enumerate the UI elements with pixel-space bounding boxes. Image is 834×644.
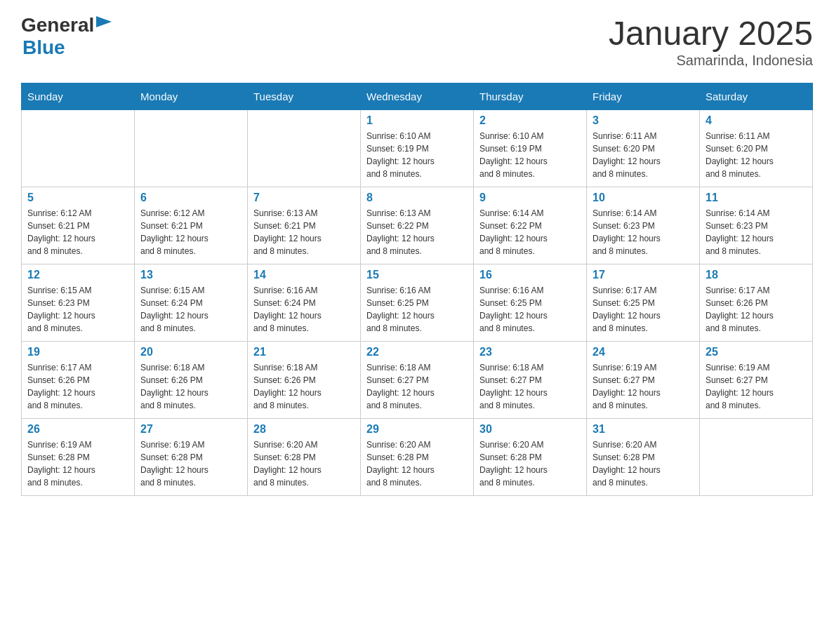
calendar-day-11: 11Sunrise: 6:14 AM Sunset: 6:23 PM Dayli… (700, 187, 813, 264)
sun-info: Sunrise: 6:10 AM Sunset: 6:19 PM Dayligh… (366, 131, 435, 179)
sun-info: Sunrise: 6:16 AM Sunset: 6:25 PM Dayligh… (366, 286, 435, 333)
day-number: 29 (366, 423, 468, 436)
day-number: 19 (27, 346, 128, 358)
location-text: Samarinda, Indonesia (609, 53, 813, 69)
calendar-day-3: 3Sunrise: 6:11 AM Sunset: 6:20 PM Daylig… (587, 110, 700, 187)
sun-info: Sunrise: 6:14 AM Sunset: 6:22 PM Dayligh… (479, 208, 548, 256)
calendar-day-15: 15Sunrise: 6:16 AM Sunset: 6:25 PM Dayli… (361, 264, 474, 342)
day-number: 11 (706, 192, 807, 204)
sun-info: Sunrise: 6:19 AM Sunset: 6:27 PM Dayligh… (706, 363, 774, 410)
day-header-friday: Friday (587, 83, 700, 110)
sun-info: Sunrise: 6:20 AM Sunset: 6:28 PM Dayligh… (253, 440, 322, 488)
title-section: January 2025 Samarinda, Indonesia (609, 14, 813, 69)
sun-info: Sunrise: 6:10 AM Sunset: 6:19 PM Dayligh… (479, 131, 548, 179)
day-number: 23 (479, 346, 581, 358)
day-number: 14 (253, 269, 355, 281)
sun-info: Sunrise: 6:11 AM Sunset: 6:20 PM Dayligh… (706, 131, 774, 179)
sun-info: Sunrise: 6:20 AM Sunset: 6:28 PM Dayligh… (479, 440, 548, 488)
calendar-day-27: 27Sunrise: 6:19 AM Sunset: 6:28 PM Dayli… (135, 419, 248, 496)
day-number: 15 (366, 269, 468, 281)
calendar-day-14: 14Sunrise: 6:16 AM Sunset: 6:24 PM Dayli… (248, 264, 361, 342)
calendar-day-1: 1Sunrise: 6:10 AM Sunset: 6:19 PM Daylig… (361, 110, 474, 187)
calendar-week-row: 12Sunrise: 6:15 AM Sunset: 6:23 PM Dayli… (22, 264, 813, 342)
sun-info: Sunrise: 6:17 AM Sunset: 6:26 PM Dayligh… (27, 363, 95, 410)
page-header: General Blue January 2025 Samarinda, Ind… (21, 14, 813, 69)
day-number: 17 (593, 269, 694, 281)
calendar-empty-cell (248, 110, 361, 187)
day-number: 10 (593, 192, 694, 204)
calendar-day-13: 13Sunrise: 6:15 AM Sunset: 6:24 PM Dayli… (135, 264, 248, 342)
sun-info: Sunrise: 6:19 AM Sunset: 6:27 PM Dayligh… (593, 363, 661, 410)
sun-info: Sunrise: 6:16 AM Sunset: 6:25 PM Dayligh… (479, 286, 548, 333)
day-number: 28 (253, 423, 355, 436)
logo-flag-icon (96, 16, 119, 36)
sun-info: Sunrise: 6:19 AM Sunset: 6:28 PM Dayligh… (27, 440, 95, 488)
sun-info: Sunrise: 6:17 AM Sunset: 6:25 PM Dayligh… (593, 286, 661, 333)
calendar-day-5: 5Sunrise: 6:12 AM Sunset: 6:21 PM Daylig… (22, 187, 135, 264)
calendar-day-23: 23Sunrise: 6:18 AM Sunset: 6:27 PM Dayli… (474, 342, 587, 419)
sun-info: Sunrise: 6:16 AM Sunset: 6:24 PM Dayligh… (253, 286, 322, 333)
day-number: 18 (706, 269, 807, 281)
day-header-sunday: Sunday (22, 83, 135, 110)
calendar-week-row: 19Sunrise: 6:17 AM Sunset: 6:26 PM Dayli… (22, 342, 813, 419)
day-number: 24 (593, 346, 694, 358)
sun-info: Sunrise: 6:12 AM Sunset: 6:21 PM Dayligh… (27, 208, 95, 256)
sun-info: Sunrise: 6:13 AM Sunset: 6:21 PM Dayligh… (253, 208, 322, 256)
calendar-day-8: 8Sunrise: 6:13 AM Sunset: 6:22 PM Daylig… (361, 187, 474, 264)
day-number: 3 (593, 114, 694, 127)
day-number: 5 (27, 192, 128, 204)
sun-info: Sunrise: 6:18 AM Sunset: 6:26 PM Dayligh… (140, 363, 208, 410)
day-number: 9 (479, 192, 581, 204)
sun-info: Sunrise: 6:20 AM Sunset: 6:28 PM Dayligh… (366, 440, 435, 488)
sun-info: Sunrise: 6:11 AM Sunset: 6:20 PM Dayligh… (593, 131, 661, 179)
calendar-day-31: 31Sunrise: 6:20 AM Sunset: 6:28 PM Dayli… (587, 419, 700, 496)
day-number: 4 (706, 114, 807, 127)
calendar-day-18: 18Sunrise: 6:17 AM Sunset: 6:26 PM Dayli… (700, 264, 813, 342)
calendar-day-30: 30Sunrise: 6:20 AM Sunset: 6:28 PM Dayli… (474, 419, 587, 496)
day-number: 21 (253, 346, 355, 358)
calendar-day-9: 9Sunrise: 6:14 AM Sunset: 6:22 PM Daylig… (474, 187, 587, 264)
month-title: January 2025 (609, 14, 813, 53)
calendar-day-20: 20Sunrise: 6:18 AM Sunset: 6:26 PM Dayli… (135, 342, 248, 419)
calendar-header-row: SundayMondayTuesdayWednesdayThursdayFrid… (22, 83, 813, 110)
day-number: 22 (366, 346, 468, 358)
calendar-day-28: 28Sunrise: 6:20 AM Sunset: 6:28 PM Dayli… (248, 419, 361, 496)
day-number: 6 (140, 192, 241, 204)
sun-info: Sunrise: 6:17 AM Sunset: 6:26 PM Dayligh… (706, 286, 774, 333)
day-number: 31 (593, 423, 694, 436)
sun-info: Sunrise: 6:13 AM Sunset: 6:22 PM Dayligh… (366, 208, 435, 256)
day-number: 30 (479, 423, 581, 436)
calendar-day-16: 16Sunrise: 6:16 AM Sunset: 6:25 PM Dayli… (474, 264, 587, 342)
calendar-day-4: 4Sunrise: 6:11 AM Sunset: 6:20 PM Daylig… (700, 110, 813, 187)
day-header-wednesday: Wednesday (361, 83, 474, 110)
sun-info: Sunrise: 6:18 AM Sunset: 6:27 PM Dayligh… (366, 363, 435, 410)
calendar-week-row: 5Sunrise: 6:12 AM Sunset: 6:21 PM Daylig… (22, 187, 813, 264)
day-number: 1 (366, 114, 468, 127)
sun-info: Sunrise: 6:14 AM Sunset: 6:23 PM Dayligh… (706, 208, 774, 256)
sun-info: Sunrise: 6:15 AM Sunset: 6:24 PM Dayligh… (140, 286, 208, 333)
calendar-day-7: 7Sunrise: 6:13 AM Sunset: 6:21 PM Daylig… (248, 187, 361, 264)
calendar-day-2: 2Sunrise: 6:10 AM Sunset: 6:19 PM Daylig… (474, 110, 587, 187)
logo-blue-text: Blue (22, 36, 65, 59)
day-header-monday: Monday (135, 83, 248, 110)
calendar-empty-cell (22, 110, 135, 187)
day-number: 27 (140, 423, 241, 436)
calendar-day-29: 29Sunrise: 6:20 AM Sunset: 6:28 PM Dayli… (361, 419, 474, 496)
logo: General Blue (21, 14, 119, 59)
calendar-week-row: 1Sunrise: 6:10 AM Sunset: 6:19 PM Daylig… (22, 110, 813, 187)
sun-info: Sunrise: 6:18 AM Sunset: 6:26 PM Dayligh… (253, 363, 322, 410)
sun-info: Sunrise: 6:20 AM Sunset: 6:28 PM Dayligh… (593, 440, 661, 488)
calendar-day-21: 21Sunrise: 6:18 AM Sunset: 6:26 PM Dayli… (248, 342, 361, 419)
day-number: 2 (479, 114, 581, 127)
day-header-tuesday: Tuesday (248, 83, 361, 110)
sun-info: Sunrise: 6:12 AM Sunset: 6:21 PM Dayligh… (140, 208, 208, 256)
sun-info: Sunrise: 6:14 AM Sunset: 6:23 PM Dayligh… (593, 208, 661, 256)
calendar-day-10: 10Sunrise: 6:14 AM Sunset: 6:23 PM Dayli… (587, 187, 700, 264)
calendar-day-25: 25Sunrise: 6:19 AM Sunset: 6:27 PM Dayli… (700, 342, 813, 419)
day-number: 16 (479, 269, 581, 281)
day-number: 26 (27, 423, 128, 436)
day-number: 8 (366, 192, 468, 204)
calendar-day-19: 19Sunrise: 6:17 AM Sunset: 6:26 PM Dayli… (22, 342, 135, 419)
day-number: 25 (706, 346, 807, 358)
calendar-day-12: 12Sunrise: 6:15 AM Sunset: 6:23 PM Dayli… (22, 264, 135, 342)
